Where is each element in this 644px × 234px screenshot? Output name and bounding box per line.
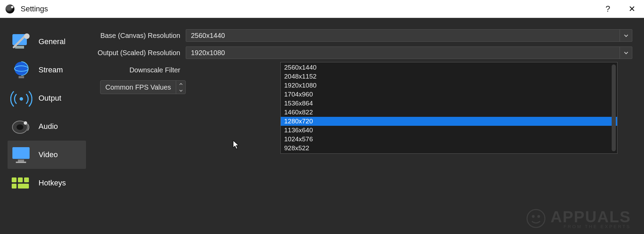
settings-sidebar: General Stream Output [0, 18, 89, 234]
svg-point-9 [24, 121, 27, 125]
svg-rect-17 [18, 184, 29, 189]
base-resolution-label: Base (Canvas) Resolution [93, 32, 186, 40]
client-area: General Stream Output [0, 18, 644, 234]
sidebar-item-general[interactable]: General [8, 28, 86, 56]
titlebar: Settings ? ✕ [0, 0, 644, 18]
dropdown-option[interactable]: 2048x1152 [281, 72, 617, 81]
obs-app-icon [6, 4, 14, 13]
svg-point-2 [24, 33, 30, 39]
monitor-icon [10, 145, 32, 164]
chevron-down-icon [620, 47, 632, 59]
dropdown-option[interactable]: 1460x822 [281, 108, 617, 117]
svg-rect-10 [12, 147, 30, 159]
dropdown-option-highlighted[interactable]: 1280x720 [281, 117, 617, 126]
svg-point-19 [532, 215, 535, 218]
sidebar-item-label: Stream [39, 65, 63, 74]
dropdown-option[interactable]: 1136x640 [281, 126, 617, 135]
sidebar-item-label: Audio [39, 122, 58, 131]
sidebar-item-hotkeys[interactable]: Hotkeys [8, 169, 86, 197]
downscale-filter-label: Downscale Filter [93, 66, 186, 74]
svg-rect-15 [24, 177, 29, 182]
dropdown-option[interactable]: 1704x960 [281, 90, 617, 99]
watermark-tagline: FROM THE EXPERTS [564, 224, 631, 229]
svg-rect-1 [15, 46, 24, 49]
base-resolution-value: 2560x1440 [186, 32, 225, 40]
svg-point-6 [20, 97, 23, 101]
close-button[interactable]: ✕ [620, 0, 644, 18]
sidebar-item-audio[interactable]: Audio [8, 112, 86, 141]
svg-rect-13 [12, 177, 17, 182]
output-resolution-combo[interactable]: 1920x1080 [186, 47, 632, 59]
dropdown-option[interactable]: 1024x576 [281, 135, 617, 144]
dropdown-option[interactable]: 1536x864 [281, 99, 617, 108]
window-title: Settings [21, 4, 48, 13]
video-settings-panel: Base (Canvas) Resolution 2560x1440 Outpu… [89, 18, 644, 234]
sidebar-item-label: Hotkeys [39, 179, 66, 187]
help-button[interactable]: ? [596, 0, 620, 18]
svg-rect-12 [16, 162, 26, 163]
chevron-down-icon [620, 30, 632, 41]
svg-rect-11 [18, 160, 24, 162]
globe-icon [10, 60, 32, 80]
sidebar-item-output[interactable]: Output [8, 84, 86, 112]
output-resolution-value: 1920x1080 [186, 49, 225, 57]
watermark-icon [526, 209, 546, 228]
speaker-icon [10, 117, 32, 136]
dropdown-option[interactable]: 928x522 [281, 144, 617, 153]
base-resolution-combo[interactable]: 2560x1440 [186, 29, 632, 42]
sidebar-item-label: Output [39, 94, 61, 103]
wrench-icon [10, 32, 32, 51]
output-resolution-label: Output (Scaled) Resolution [93, 49, 186, 57]
fps-mode-selector[interactable]: Common FPS Values [100, 80, 186, 94]
antenna-icon [10, 89, 32, 108]
watermark-brand: APPUALS [550, 207, 631, 226]
sidebar-item-label: General [39, 37, 65, 46]
svg-rect-14 [18, 177, 23, 182]
keyboard-icon [10, 173, 32, 193]
base-resolution-row: Base (Canvas) Resolution 2560x1440 [93, 28, 632, 43]
spinner-icon [176, 81, 185, 94]
svg-rect-16 [12, 184, 17, 189]
svg-point-18 [527, 210, 545, 227]
fps-mode-label: Common FPS Values [100, 83, 176, 91]
svg-point-8 [17, 124, 23, 130]
dropdown-option[interactable]: 2560x1440 [281, 63, 617, 72]
output-resolution-row: Output (Scaled) Resolution 1920x1080 [93, 45, 632, 61]
watermark: APPUALS FROM THE EXPERTS [526, 207, 631, 229]
dropdown-option[interactable]: 1920x1080 [281, 81, 617, 90]
sidebar-item-stream[interactable]: Stream [8, 56, 86, 84]
dropdown-scrollbar[interactable] [612, 64, 616, 151]
svg-point-20 [537, 215, 540, 218]
sidebar-item-label: Video [39, 150, 58, 159]
sidebar-item-video[interactable]: Video [8, 141, 86, 169]
svg-rect-5 [19, 76, 24, 78]
output-resolution-dropdown[interactable]: 2560x1440 2048x1152 1920x1080 1704x960 1… [280, 62, 618, 154]
